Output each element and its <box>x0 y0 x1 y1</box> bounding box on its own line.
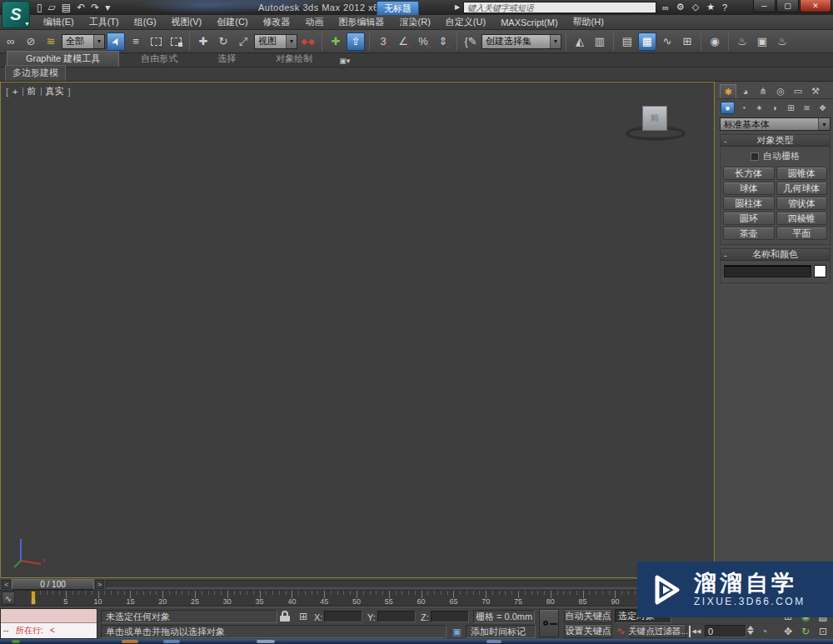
primitive-button-管状体[interactable]: 管状体 <box>776 197 828 210</box>
primitive-button-球体[interactable]: 球体 <box>723 182 775 195</box>
favorites-star-icon[interactable]: ★ <box>706 2 715 12</box>
rendered-frame-window-button[interactable]: ▣ <box>753 32 771 51</box>
curve-editor-button[interactable]: ∿ <box>658 32 676 51</box>
communication-center-icon[interactable]: ◇ <box>692 2 699 12</box>
new-file-button[interactable]: ▯ <box>37 2 42 13</box>
subtab-lights[interactable]: ✶ <box>752 102 766 114</box>
set-key-button[interactable]: 设置关键点 <box>564 624 612 638</box>
tab-motion[interactable]: ◎ <box>772 84 789 98</box>
primitive-button-圆柱体[interactable]: 圆柱体 <box>723 197 775 210</box>
schematic-view-button[interactable]: ⊞ <box>678 32 696 51</box>
ribbon-tab-1[interactable]: 自由形式 <box>122 52 196 67</box>
primitive-button-茶壶[interactable]: 茶壶 <box>723 227 775 240</box>
menu-item-4[interactable]: 创建(C) <box>210 15 254 29</box>
primitive-button-圆锥体[interactable]: 圆锥体 <box>776 167 828 180</box>
primitive-button-四棱锥[interactable]: 四棱锥 <box>776 212 828 225</box>
subtab-systems[interactable]: ❖ <box>816 102 830 114</box>
pan-button[interactable]: ✥ <box>780 624 796 638</box>
named-selection-sets-dropdown[interactable]: 创建选择集▼ <box>481 34 561 49</box>
tab-create[interactable]: ✱ <box>720 84 736 98</box>
viewport-menu-shading[interactable]: 真实 <box>46 85 64 97</box>
redo-button[interactable]: ↷ <box>91 2 99 13</box>
keyboard-override-toggle[interactable]: ⇧ <box>347 32 365 51</box>
current-frame-field[interactable]: 0 <box>705 625 746 637</box>
z-coordinate-field[interactable] <box>431 611 469 622</box>
maxscript-mini-listener[interactable]: -- 所在行: < <box>0 608 97 639</box>
save-file-button[interactable]: ▤ <box>62 2 71 13</box>
menu-item-1[interactable]: 工具(T) <box>82 15 126 29</box>
go-to-start-button[interactable]: ◀◀ <box>689 626 702 637</box>
subtab-shapes[interactable]: ◔ <box>736 102 751 114</box>
absolute-mode-icon[interactable]: ⊞ <box>297 610 310 622</box>
render-production-button[interactable]: ♨ <box>773 32 791 51</box>
y-coordinate-field[interactable] <box>377 611 416 622</box>
close-button[interactable]: ✕ <box>800 0 831 12</box>
previous-frame-button[interactable]: < <box>2 580 11 589</box>
select-by-name-button[interactable]: ≡ <box>127 32 145 51</box>
object-type-rollout-header[interactable]: - 对象类型 <box>721 135 830 147</box>
menu-item-2[interactable]: 组(G) <box>127 15 163 29</box>
menu-item-6[interactable]: 动画 <box>299 15 331 29</box>
new-key-curve-icon[interactable]: ∿ <box>615 624 627 637</box>
select-and-move-button[interactable]: ✚ <box>194 32 212 51</box>
menu-item-9[interactable]: 自定义(U) <box>439 15 492 29</box>
listener-line[interactable]: -- 所在行: < <box>1 623 97 638</box>
menu-item-5[interactable]: 修改器 <box>257 15 297 29</box>
max-logo-button[interactable]: S▼ <box>2 1 30 28</box>
ribbon-display-toggle[interactable]: ▣▾ <box>334 57 355 67</box>
edit-named-selection-sets-button[interactable]: {✎ <box>461 32 480 51</box>
tab-utilities[interactable]: ⚒ <box>807 84 824 98</box>
menu-item-0[interactable]: 编辑(E) <box>37 15 81 29</box>
ribbon-tab-2[interactable]: 选择 <box>199 52 254 67</box>
tab-polygon-modeling[interactable]: 多边形建模 <box>5 65 66 81</box>
toolbar-options-dropdown[interactable]: ▾ <box>105 2 110 13</box>
viewcube[interactable]: 前 <box>621 102 696 146</box>
material-editor-button[interactable]: ◉ <box>706 32 724 51</box>
percent-snap-toggle[interactable]: %∩ <box>414 32 432 51</box>
help-icon[interactable]: ? <box>722 2 727 12</box>
reference-coordinate-dropdown[interactable]: 视图▼ <box>254 34 297 49</box>
key-filters-button[interactable]: 关键点过滤器... <box>630 624 686 638</box>
primitive-button-圆环[interactable]: 圆环 <box>723 212 775 225</box>
ribbon-tab-3[interactable]: 对象绘制 <box>257 52 331 67</box>
autogrid-checkbox[interactable] <box>751 152 759 161</box>
window-crossing-toggle[interactable] <box>167 32 185 51</box>
menu-item-8[interactable]: 渲染(R) <box>393 15 437 29</box>
minimize-button[interactable]: ─ <box>753 0 776 12</box>
time-slider-track[interactable] <box>106 580 712 588</box>
set-keys-button[interactable] <box>539 609 559 637</box>
layer-manager-button[interactable]: ▤ <box>618 32 636 51</box>
select-and-scale-button[interactable]: ⤢ <box>234 32 252 51</box>
time-slider-grip[interactable]: 0 / 100 <box>12 579 94 590</box>
time-configuration-button[interactable]: ◔ <box>758 625 771 637</box>
viewport-front[interactable]: [ + 前 真实 ] 前 x <box>0 82 715 578</box>
use-pivot-point-center-button[interactable]: ◆◆ <box>299 32 317 51</box>
object-name-input[interactable] <box>724 265 811 277</box>
subtab-spacewarps[interactable]: ≋ <box>800 102 814 114</box>
add-time-tag-field[interactable]: 添加时间标记 <box>466 625 536 638</box>
subtab-cameras[interactable]: ◗ <box>768 102 782 114</box>
search-input[interactable]: 键入关键字或短语 <box>463 2 656 13</box>
menu-item-3[interactable]: 视图(V) <box>165 15 209 29</box>
viewcube-front-face[interactable]: 前 <box>642 106 667 131</box>
time-tag-icon[interactable]: ▣ <box>451 626 463 637</box>
mirror-button[interactable]: ◭ <box>571 32 589 51</box>
object-color-swatch[interactable] <box>814 265 826 277</box>
align-button[interactable]: ▥ <box>591 32 609 51</box>
search-expand-icon[interactable]: ▶ <box>455 3 460 11</box>
primitive-button-长方体[interactable]: 长方体 <box>723 167 775 180</box>
graphite-ribbon-toggle[interactable]: ▦ <box>638 32 656 51</box>
primitive-category-dropdown[interactable]: 标准基本体 ▼ <box>720 117 831 131</box>
unlink-selection-button[interactable]: ⊘ <box>22 32 40 51</box>
macro-recorder-line[interactable] <box>1 609 97 623</box>
name-color-rollout-header[interactable]: - 名称和颜色 <box>721 249 830 261</box>
render-setup-button[interactable]: ♨ <box>733 32 751 51</box>
viewport-menu-plus[interactable]: + <box>12 87 17 97</box>
snap-3d-toggle[interactable]: 3∩ <box>374 32 392 51</box>
select-and-link-button[interactable]: ∞ <box>2 32 20 51</box>
search-icon[interactable]: ∞ <box>662 2 669 12</box>
subtab-geometry[interactable]: ● <box>721 102 735 114</box>
open-file-button[interactable]: ▱ <box>48 2 56 13</box>
x-coordinate-field[interactable] <box>324 611 362 622</box>
orbit-button[interactable]: ↻ <box>797 624 814 638</box>
